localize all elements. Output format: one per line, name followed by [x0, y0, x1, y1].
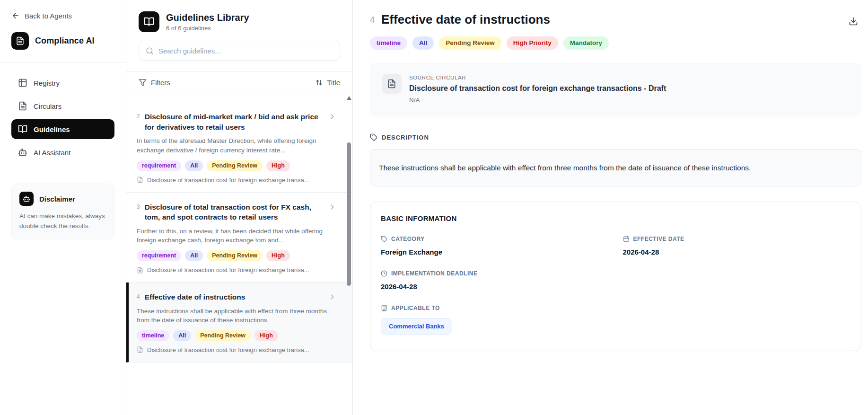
sidebar: Back to Agents Compliance AI RegistryCir… [0, 0, 126, 415]
tag-all: All [173, 330, 191, 341]
disclaimer-card: Disclaimer AI can make mistakes, always … [11, 184, 114, 239]
item-source: Disclosure of transaction cost for forei… [137, 346, 336, 353]
item-title: Disclosure of mid-market mark / bid and … [145, 112, 324, 132]
tag-pending-review: Pending Review [207, 160, 263, 171]
back-to-agents-label: Back to Agents [25, 12, 72, 20]
item-header: 3Disclosure of total transaction cost fo… [137, 202, 336, 222]
tag-timeline: timeline [137, 330, 169, 341]
sidebar-item-label: AI Assistant [34, 149, 70, 157]
item-source-text: Disclosure of transaction cost for forei… [147, 346, 309, 353]
tag-requirement: requirement [137, 250, 181, 261]
field-implementation-deadline: IMPLEMENTATION DEADLINE2026-04-28 [381, 270, 609, 291]
tag-all: All [185, 250, 203, 261]
sidebar-item-ai-assistant[interactable]: AI Assistant [11, 142, 114, 162]
guideline-list-area: 2Disclosure of mid-market mark / bid and… [126, 94, 352, 415]
tag-high: High [266, 160, 290, 171]
sidebar-item-label: Circulars [34, 102, 61, 110]
field-label-text: EFFECTIVE DATE [633, 236, 684, 242]
funnel-icon [139, 79, 147, 87]
field-label: CATEGORY [381, 236, 609, 242]
item-tags: requirementAllPending ReviewHigh [137, 160, 336, 171]
source-circular-card[interactable]: SOURCE CIRCULAR Disclosure of transactio… [370, 63, 861, 116]
field-label: APPLICABLE TO [381, 305, 609, 311]
item-description: In terms of the aforesaid Master Directi… [137, 136, 336, 155]
field-value: Foreign Exchange [381, 248, 609, 256]
sidebar-item-registry[interactable]: Registry [11, 73, 114, 93]
sidebar-item-circulars[interactable]: Circulars [11, 96, 114, 116]
field-category: CATEGORYForeign Exchange [381, 236, 609, 256]
list-item[interactable]: 3Disclosure of total transaction cost fo… [126, 193, 352, 283]
list-scrollbar[interactable] [346, 94, 352, 415]
item-number: 2 [137, 113, 140, 132]
sidebar-divider [0, 62, 126, 62]
tag-icon [370, 133, 377, 141]
search-input[interactable] [158, 47, 333, 55]
sidebar-divider [0, 173, 126, 173]
sort-label: Title [327, 79, 340, 87]
sort-button[interactable]: Title [316, 79, 340, 87]
back-to-agents-link[interactable]: Back to Agents [11, 11, 114, 20]
item-header: 2Disclosure of mid-market mark / bid and… [137, 112, 336, 132]
list-item[interactable]: 4Effective date of instructionsThese ins… [126, 283, 352, 362]
file-text-icon [137, 177, 143, 183]
disclaimer-title: Disclaimer [39, 195, 75, 203]
list-item[interactable]: 2Disclosure of mid-market mark / bid and… [126, 102, 352, 193]
item-source: Disclosure of transaction cost for forei… [137, 177, 336, 184]
sidebar-nav: RegistryCircularsGuidelinesAI Assistant [11, 73, 114, 162]
basic-information-heading: BASIC INFORMATION [381, 214, 850, 222]
source-file-badge [382, 74, 402, 94]
file-text-icon [18, 101, 27, 111]
tag-timeline: timeline [370, 36, 407, 50]
item-source-text: Disclosure of transaction cost for forei… [147, 266, 309, 274]
search-box[interactable] [139, 41, 340, 61]
field-label: EFFECTIVE DATE [623, 236, 851, 242]
item-title: Disclosure of total transaction cost for… [145, 202, 324, 222]
scrollbar-up-arrow-icon[interactable] [347, 96, 351, 100]
book-open-icon [144, 17, 154, 27]
field-value: 2026-04-28 [623, 248, 851, 256]
book-open-icon [18, 124, 27, 134]
tag-icon [381, 236, 387, 242]
brand: Compliance AI [11, 32, 114, 50]
filters-button[interactable]: Filters [139, 79, 170, 87]
tag-high: High [254, 330, 278, 341]
guideline-list: 2Disclosure of mid-market mark / bid and… [126, 102, 352, 362]
chevron-right-icon [328, 293, 336, 301]
description-box: These instructions shall be applicable w… [370, 149, 861, 186]
library-title: Guidelines Library [166, 12, 249, 23]
sidebar-item-guidelines[interactable]: Guidelines [11, 119, 114, 139]
tag-mandatory: Mandatory [563, 36, 609, 50]
file-text-icon [137, 267, 143, 274]
arrow-up-down-icon [316, 79, 323, 86]
detail-tags: timelineAllPending ReviewHigh PriorityMa… [370, 36, 861, 50]
detail-panel: 4 Effective date of instructions timelin… [353, 0, 868, 415]
basic-col-left: CATEGORYForeign ExchangeIMPLEMENTATION D… [381, 236, 609, 335]
file-text-icon [137, 346, 143, 353]
brand-logo [11, 32, 29, 50]
source-circular-subtitle: N/A [409, 97, 666, 104]
disclaimer-badge [19, 192, 34, 206]
tag-all: All [185, 160, 203, 171]
guidelines-library-panel: Guidelines Library 6 of 6 guidelines Fil… [126, 0, 353, 415]
item-tags: timelineAllPending ReviewHigh [137, 330, 336, 341]
search-wrap [126, 41, 352, 71]
tag-pending-review: Pending Review [207, 250, 263, 261]
detail-number: 4 [370, 15, 375, 25]
field-label-text: CATEGORY [391, 236, 425, 242]
detail-header: 4 Effective date of instructions [370, 12, 861, 29]
chevron-right-icon [328, 203, 336, 211]
disclaimer-text: AI can make mistakes, always double chec… [19, 212, 106, 231]
description-label: DESCRIPTION [382, 134, 429, 141]
download-button[interactable] [845, 13, 861, 29]
clock-icon [381, 270, 387, 277]
bot-icon [18, 148, 27, 157]
tag-high-priority: High Priority [507, 36, 558, 50]
chevron-right-icon [328, 113, 336, 121]
tag-pending-review: Pending Review [439, 36, 501, 50]
list-top-divider [126, 94, 352, 102]
field-effective-date: EFFECTIVE DATE2026-04-28 [623, 236, 851, 256]
applicable-to-pill[interactable]: Commercial Banks [381, 318, 452, 335]
filters-label: Filters [151, 79, 170, 87]
scrollbar-thumb[interactable] [347, 142, 351, 286]
library-count: 6 of 6 guidelines [166, 25, 249, 32]
